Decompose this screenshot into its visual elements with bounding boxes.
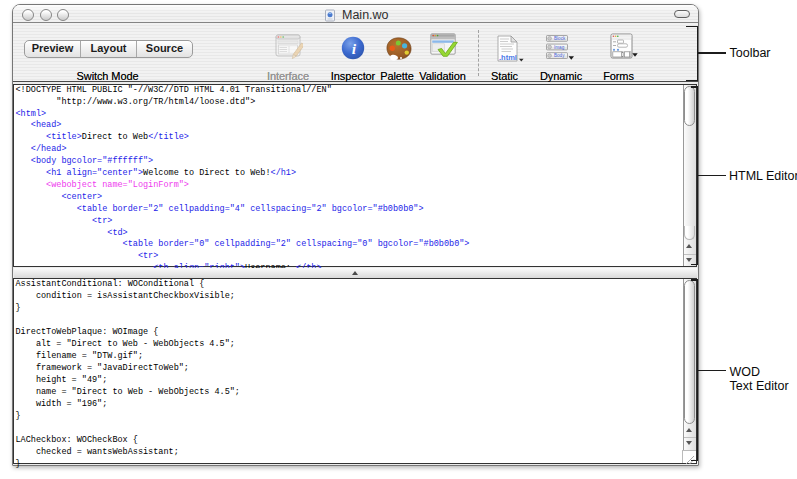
svg-text:Body: Body [554, 53, 565, 58]
svg-text:Block: Block [554, 36, 566, 41]
svg-text:Imag: Imag [554, 44, 565, 49]
svg-text:i: i [352, 40, 357, 57]
svg-text:.html: .html [499, 52, 517, 61]
